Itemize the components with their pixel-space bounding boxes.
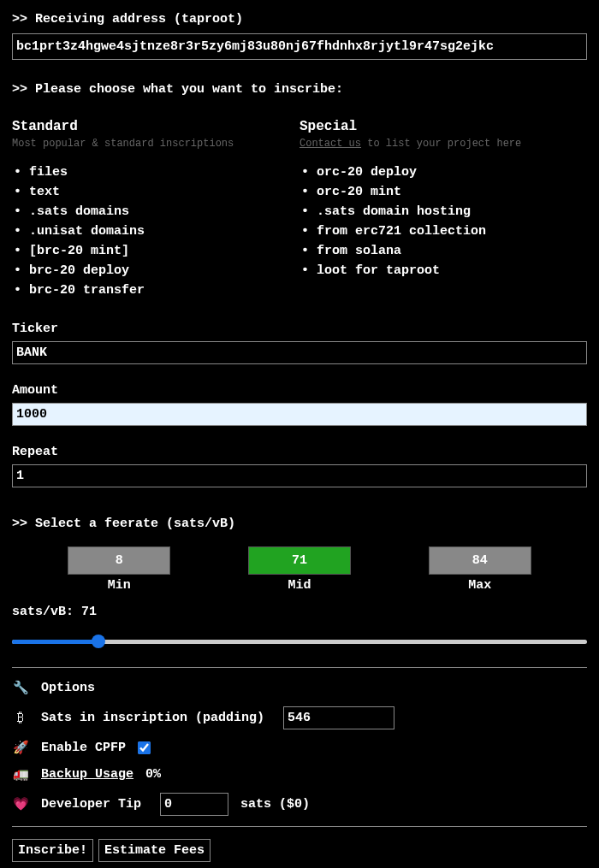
amount-input[interactable] <box>12 403 587 426</box>
satsvb-display: sats/vB: 71 <box>12 605 587 619</box>
standard-header: Standard <box>12 119 300 134</box>
list-item[interactable]: .sats domain hosting <box>317 204 587 219</box>
tip-input[interactable] <box>160 793 228 816</box>
heart-icon: 💗 <box>12 796 29 812</box>
ticker-input[interactable] <box>12 341 587 364</box>
list-item[interactable]: text <box>29 185 300 199</box>
cpfp-label: Enable CPFP <box>41 741 126 755</box>
ticker-label: Ticker <box>12 322 587 336</box>
inscribe-button[interactable]: Inscribe! <box>12 839 93 862</box>
divider <box>12 826 587 827</box>
standard-list: files text .sats domains .unisat domains… <box>12 165 300 298</box>
fee-mid-button[interactable]: 71 <box>248 546 351 575</box>
fee-mid-label: Mid <box>248 578 351 593</box>
feerate-prompt: >> Select a feerate (sats/vB) <box>12 517 587 531</box>
backup-usage-link[interactable]: Backup Usage <box>41 767 133 782</box>
list-item[interactable]: orc-20 deploy <box>317 165 587 180</box>
list-item[interactable]: orc-20 mint <box>317 185 587 199</box>
list-item[interactable]: [brc-20 mint] <box>29 244 300 258</box>
tip-suffix: sats ($0) <box>240 797 310 812</box>
list-item[interactable]: from solana <box>317 244 587 258</box>
receiving-address-value[interactable]: bc1prt3z4hgwe4sjtnze8r3r5zy6mj83u80nj67f… <box>12 33 587 60</box>
estimate-fees-button[interactable]: Estimate Fees <box>98 839 211 862</box>
divider <box>12 667 587 668</box>
fee-min-button[interactable]: 8 <box>68 546 170 575</box>
feerate-slider[interactable] <box>12 633 587 650</box>
list-item[interactable]: brc-20 deploy <box>29 263 300 278</box>
tip-label: Developer Tip <box>41 797 141 812</box>
list-item[interactable]: files <box>29 165 300 180</box>
padding-input[interactable] <box>283 706 394 729</box>
list-item[interactable]: loot for taproot <box>317 263 587 278</box>
contact-us-link[interactable]: Contact us <box>300 138 361 150</box>
backup-usage-pct: 0% <box>145 767 161 782</box>
padding-label: Sats in inscription (padding) <box>41 711 264 725</box>
list-item[interactable]: .unisat domains <box>29 224 300 239</box>
truck-icon: 🚛 <box>12 766 29 782</box>
list-item[interactable]: brc-20 transfer <box>29 283 300 298</box>
repeat-label: Repeat <box>12 445 587 459</box>
fee-min-label: Min <box>68 578 170 593</box>
special-subtitle: Contact us to list your project here <box>300 138 587 150</box>
inscribe-prompt: >> Please choose what you want to inscri… <box>12 82 587 97</box>
wrench-icon: 🔧 <box>12 680 29 696</box>
rocket-icon: 🚀 <box>12 740 29 756</box>
special-header: Special <box>300 119 587 134</box>
standard-subtitle: Most popular & standard inscriptions <box>12 138 300 150</box>
bitcoin-icon: ₿ <box>12 711 29 726</box>
receiving-address-prompt: >> Receiving address (taproot) <box>12 12 587 27</box>
fee-max-button[interactable]: 84 <box>429 546 531 575</box>
fee-max-label: Max <box>429 578 531 593</box>
list-item[interactable]: .sats domains <box>29 204 300 219</box>
repeat-input[interactable] <box>12 464 587 487</box>
special-list: orc-20 deploy orc-20 mint .sats domain h… <box>300 165 587 278</box>
list-item[interactable]: from erc721 collection <box>317 224 587 239</box>
options-label: Options <box>41 681 95 695</box>
cpfp-checkbox[interactable] <box>138 741 151 754</box>
amount-label: Amount <box>12 383 587 398</box>
